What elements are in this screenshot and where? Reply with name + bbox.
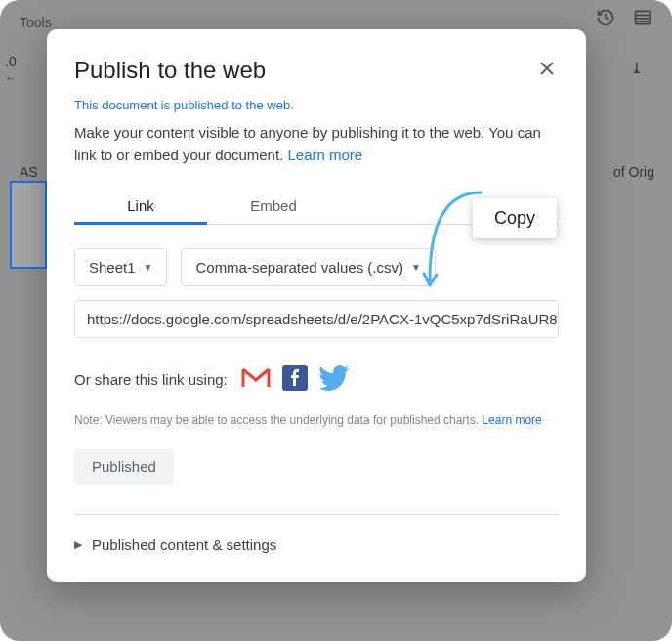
column-header-right: of Orig xyxy=(613,164,654,180)
sheet-dropdown-label: Sheet1 xyxy=(89,259,136,276)
expand-caret-icon: ▶ xyxy=(74,538,82,551)
close-icon xyxy=(540,62,554,75)
twitter-icon[interactable] xyxy=(319,365,349,394)
share-label: Or share this link using: xyxy=(74,371,228,388)
note-text: Note: Viewers may be able to access the … xyxy=(74,413,559,427)
chevron-down-icon: ▼ xyxy=(411,262,421,273)
learn-more-link[interactable]: Learn more xyxy=(287,147,362,163)
history-icon[interactable] xyxy=(596,8,615,31)
gmail-icon[interactable] xyxy=(241,367,271,392)
tab-embed[interactable]: Embed xyxy=(207,188,340,224)
column-header-left: AS xyxy=(20,164,38,180)
tab-link[interactable]: Link xyxy=(74,188,207,224)
publish-dialog: Publish to the web This document is publ… xyxy=(47,29,586,582)
menu-tools[interactable]: Tools xyxy=(20,15,52,30)
published-button[interactable]: Published xyxy=(74,449,174,485)
dialog-title: Publish to the web xyxy=(74,57,266,84)
chevron-down-icon: ▼ xyxy=(144,262,153,273)
published-notice: This document is published to the web. xyxy=(74,98,559,112)
list-icon[interactable] xyxy=(633,8,652,31)
sheet-dropdown[interactable]: Sheet1 ▼ xyxy=(74,248,167,286)
divider xyxy=(74,514,559,515)
download-icon[interactable]: ⤓ xyxy=(630,59,643,77)
note-learn-more-link[interactable]: Learn more xyxy=(482,413,541,427)
published-url-field[interactable]: https://docs.google.com/spreadsheets/d/e… xyxy=(74,300,559,338)
format-dropdown[interactable]: Comma-separated values (.csv) ▼ xyxy=(181,248,435,286)
facebook-icon[interactable] xyxy=(282,365,308,394)
format-dropdown-label: Comma-separated values (.csv) xyxy=(195,259,403,276)
expander-label: Published content & settings xyxy=(92,536,276,553)
format-decimal[interactable]: .0 ← xyxy=(5,54,17,85)
dialog-description: Make your content visible to anyone by p… xyxy=(74,122,559,166)
toolbar-right-icons xyxy=(596,8,652,31)
copy-callout: Copy xyxy=(473,198,557,238)
selected-cell-outline xyxy=(10,181,47,269)
published-settings-expander[interactable]: ▶ Published content & settings xyxy=(74,536,559,563)
close-button[interactable] xyxy=(535,57,559,80)
